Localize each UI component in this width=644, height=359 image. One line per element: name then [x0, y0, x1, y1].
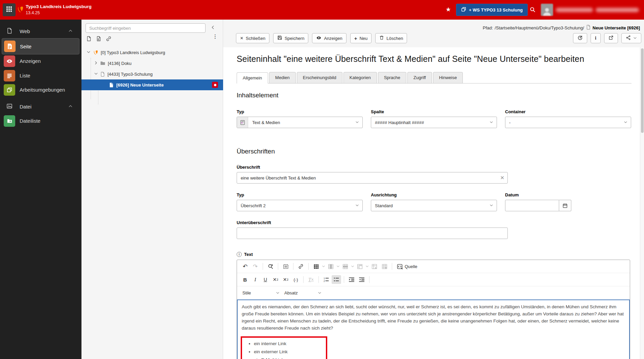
view-button[interactable]: Anzeigen: [312, 33, 346, 43]
italic-icon[interactable]: I: [251, 275, 260, 284]
stop-page-tree-icon[interactable]: [212, 82, 218, 88]
styles-dropdown[interactable]: Stile: [240, 288, 282, 297]
tree-node-doku[interactable]: [4136] Doku: [81, 58, 223, 69]
content-type-icon: [237, 117, 248, 128]
user-avatar[interactable]: [541, 4, 553, 16]
docheader-buttons: ✕ Schließen Speichern Anzeigen + Neu: [236, 33, 407, 43]
tab-hinweise[interactable]: Hinweise: [433, 72, 463, 83]
scrollbar-thumb[interactable]: [641, 48, 644, 133]
tree-node-typo3-schulung[interactable]: [4433] Typo3-Schulung: [81, 69, 223, 79]
container-select[interactable]: -: [505, 117, 631, 128]
link-icon[interactable]: [106, 36, 112, 43]
remove-format-icon[interactable]: T✕: [306, 275, 316, 284]
new-page-wizard-icon[interactable]: [96, 36, 101, 43]
calendar-button[interactable]: [559, 200, 571, 211]
redo-icon[interactable]: ↷: [251, 262, 260, 271]
sidebar-item-liste[interactable]: Liste: [0, 68, 81, 83]
chevron-down-icon[interactable]: [336, 263, 340, 269]
page-icon: [4, 41, 16, 52]
close-button[interactable]: ✕ Schließen: [236, 33, 269, 43]
numbered-list-icon[interactable]: 12: [321, 275, 331, 284]
select-all-icon[interactable]: [281, 262, 290, 271]
sidebar-item-anzeigen[interactable]: Anzeigen: [0, 54, 81, 68]
delete-button[interactable]: Löschen: [375, 33, 407, 43]
bullet-list-icon[interactable]: [332, 275, 341, 284]
tree-search-input[interactable]: [86, 23, 206, 33]
tree-node-root[interactable]: [0] Typo3 Landkreis Ludwigsburg: [81, 47, 223, 58]
subscript-icon[interactable]: ✕2: [271, 275, 280, 284]
soft-hyphen-icon[interactable]: (-): [291, 275, 301, 284]
superscript-icon[interactable]: ✕2: [281, 275, 290, 284]
username-redacted[interactable]: [556, 8, 593, 12]
tab-allgemein[interactable]: Allgemein: [237, 72, 268, 83]
rte-paragraph[interactable]: Auch gibt es niemanden, der den Schmerz …: [242, 303, 625, 332]
topbar: Typo3 Landkreis Ludwigsburg 13.4.25 ★ + …: [0, 0, 644, 20]
tab-kategorien[interactable]: Kategorien: [343, 72, 377, 83]
underline-icon[interactable]: U: [261, 275, 270, 284]
app-launcher-button[interactable]: [3, 3, 16, 16]
search-icon[interactable]: [530, 7, 535, 14]
indent-icon[interactable]: [347, 275, 356, 284]
sidebar-item-seite[interactable]: Seite: [2, 38, 79, 54]
path-value[interactable]: /Startseite/Hauptmenü/Doku/Typo3-Schulun…: [495, 25, 584, 30]
typ-select[interactable]: Text & Medien: [237, 117, 363, 128]
new-button[interactable]: + Neu: [350, 33, 372, 43]
tab-medien[interactable]: Medien: [269, 72, 296, 83]
info-circle-icon[interactable]: i: [237, 252, 242, 257]
path-prefix: Pfad:: [483, 25, 493, 30]
insert-table-icon[interactable]: [311, 262, 321, 271]
table-row-icon[interactable]: [340, 262, 350, 271]
tab-sprache[interactable]: Sprache: [378, 72, 406, 83]
module-group-datei[interactable]: Datei: [0, 99, 81, 114]
source-button[interactable]: Quelle: [395, 264, 420, 269]
ausrichtung-select[interactable]: Standard: [371, 200, 497, 211]
outdent-icon[interactable]: [357, 275, 366, 284]
list-item: ein interner Link: [254, 341, 326, 346]
new-page-icon[interactable]: [86, 36, 92, 43]
module-group-web[interactable]: Web: [0, 24, 81, 39]
cell-properties-icon[interactable]: [380, 262, 389, 271]
chevron-down-icon[interactable]: [87, 50, 91, 55]
paragraph-format-dropdown[interactable]: Absatz: [282, 288, 324, 297]
chevron-down-icon[interactable]: [94, 72, 98, 77]
chevron-down-icon[interactable]: [365, 263, 369, 269]
link-icon[interactable]: [296, 262, 306, 271]
datum-input[interactable]: [505, 200, 559, 211]
chevron-down-icon[interactable]: [351, 263, 354, 269]
history-icon: [577, 35, 583, 42]
red-annotation-box: ein interner Link ein externer Link ein …: [241, 336, 327, 359]
table-properties-icon[interactable]: [369, 262, 379, 271]
sidebar-item-arbeitsumgebungen[interactable]: Arbeitsumgebungen: [0, 82, 81, 97]
grid-icon: [6, 6, 12, 13]
collapse-tree-icon[interactable]: [211, 25, 215, 31]
undo-icon[interactable]: ↶: [240, 262, 250, 271]
ueberschrift-input[interactable]: [237, 172, 508, 184]
chevron-down-icon[interactable]: [322, 263, 325, 269]
history-button[interactable]: [573, 33, 587, 43]
table-column-icon[interactable]: [326, 262, 335, 271]
datum-label: Datum: [505, 192, 631, 197]
unterueberschrift-input[interactable]: [237, 228, 508, 239]
tab-zugriff[interactable]: Zugriff: [407, 72, 432, 83]
merge-cell-icon[interactable]: [355, 262, 364, 271]
bold-icon[interactable]: B: [240, 275, 250, 284]
tree-menu-kebab-icon[interactable]: ⋮: [213, 35, 218, 38]
vertical-scrollbar[interactable]: [640, 47, 644, 359]
spalte-select[interactable]: ##### Hauptinhalt #####: [371, 117, 497, 128]
heading-typ-select[interactable]: Überschrift 2: [237, 200, 363, 211]
clear-input-icon[interactable]: ✕: [500, 175, 504, 181]
tab-erscheinungsbild[interactable]: Erscheinungsbild: [297, 72, 342, 83]
save-button[interactable]: Speichern: [273, 33, 309, 43]
chevron-right-icon[interactable]: [94, 61, 98, 66]
tree-node-neue-unterseite[interactable]: [6926] Neue Unterseite: [81, 79, 223, 90]
rte-editable-area[interactable]: Auch gibt es niemanden, der den Schmerz …: [237, 300, 630, 359]
close-button-label: Schließen: [246, 36, 265, 41]
list-icon: [4, 70, 15, 81]
share-button[interactable]: [621, 33, 641, 43]
info-button[interactable]: i: [591, 33, 601, 43]
open-in-new-window-button[interactable]: [604, 33, 618, 43]
workspace-button[interactable]: + WS TYPO3 13 Schulung: [456, 4, 528, 16]
sidebar-item-dateiliste[interactable]: Dateiliste: [0, 114, 81, 128]
find-replace-icon[interactable]: [266, 262, 275, 271]
bookmark-star-icon[interactable]: ★: [446, 6, 451, 13]
